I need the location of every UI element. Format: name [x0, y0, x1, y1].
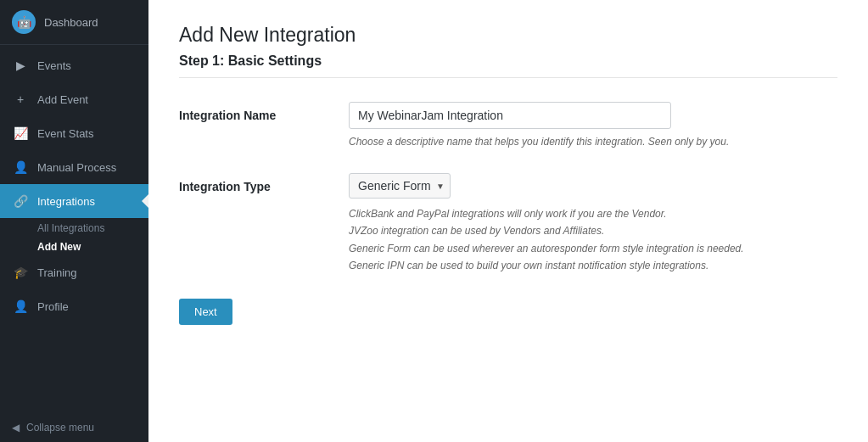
- sidebar: 🤖 Dashboard ▶ Events + Add Event 📈 Event…: [0, 0, 148, 442]
- sidebar-item-label: Training: [37, 266, 76, 279]
- event-stats-icon: 📈: [12, 125, 29, 142]
- profile-icon: 👤: [12, 298, 29, 315]
- sidebar-item-label: Events: [37, 59, 71, 72]
- manual-process-icon: 👤: [12, 159, 29, 176]
- sidebar-item-label: Add Event: [37, 93, 88, 106]
- integration-name-field: Choose a descriptive name that helps you…: [349, 102, 837, 149]
- description-line-3: Generic Form can be used wherever an aut…: [349, 243, 744, 255]
- sidebar-item-event-stats[interactable]: 📈 Event Stats: [0, 116, 148, 150]
- sidebar-item-label: Event Stats: [37, 127, 93, 140]
- integration-type-row: Integration Type Generic Form ClickBank …: [179, 173, 837, 275]
- next-button[interactable]: Next: [179, 299, 232, 325]
- integration-type-select[interactable]: Generic Form ClickBank PayPal JVZoo Gene…: [350, 174, 451, 198]
- integrations-icon: 🔗: [12, 193, 29, 210]
- button-row: Next: [179, 299, 837, 325]
- sidebar-logo-label: Dashboard: [44, 16, 98, 29]
- integration-type-field: Generic Form ClickBank PayPal JVZoo Gene…: [349, 173, 837, 275]
- sidebar-sub-all-integrations[interactable]: All Integrations: [0, 218, 148, 237]
- collapse-label: Collapse menu: [26, 422, 94, 434]
- description-line-4: Generic IPN can be used to build your ow…: [349, 260, 708, 271]
- integration-name-input[interactable]: [349, 102, 671, 129]
- add-event-icon: +: [12, 91, 29, 108]
- sidebar-item-profile[interactable]: 👤 Profile: [0, 289, 148, 323]
- page-title: Add New Integration: [179, 24, 837, 47]
- training-icon: 🎓: [12, 264, 29, 281]
- integration-type-description: ClickBank and PayPal integrations will o…: [349, 205, 837, 275]
- integration-type-label: Integration Type: [179, 173, 332, 193]
- main-content: Add New Integration Step 1: Basic Settin…: [148, 0, 868, 442]
- sidebar-item-integrations[interactable]: 🔗 Integrations: [0, 184, 148, 218]
- sidebar-item-training[interactable]: 🎓 Training: [0, 255, 148, 289]
- sidebar-logo[interactable]: 🤖 Dashboard: [0, 0, 148, 45]
- sidebar-item-events[interactable]: ▶ Events: [0, 48, 148, 82]
- sidebar-sub-add-new[interactable]: Add New: [0, 237, 148, 255]
- sidebar-item-add-event[interactable]: + Add Event: [0, 82, 148, 116]
- logo-icon: 🤖: [12, 10, 36, 34]
- sidebar-item-label: Manual Process: [37, 161, 116, 174]
- integration-name-label: Integration Name: [179, 102, 332, 122]
- events-icon: ▶: [12, 57, 29, 74]
- integration-type-select-wrapper: Generic Form ClickBank PayPal JVZoo Gene…: [349, 173, 451, 199]
- active-arrow: [142, 194, 148, 208]
- sidebar-item-label: Profile: [37, 300, 69, 313]
- description-line-2: JVZoo integration can be used by Vendors…: [349, 225, 604, 237]
- sidebar-item-label: Integrations: [37, 195, 95, 208]
- integration-name-row: Integration Name Choose a descriptive na…: [179, 102, 837, 149]
- step-title: Step 1: Basic Settings: [179, 53, 837, 78]
- collapse-menu-button[interactable]: ◀ Collapse menu: [0, 413, 148, 442]
- integration-name-helper: Choose a descriptive name that helps you…: [349, 134, 837, 149]
- description-line-1: ClickBank and PayPal integrations will o…: [349, 208, 667, 220]
- collapse-icon: ◀: [12, 422, 20, 434]
- sidebar-item-manual-process[interactable]: 👤 Manual Process: [0, 150, 148, 184]
